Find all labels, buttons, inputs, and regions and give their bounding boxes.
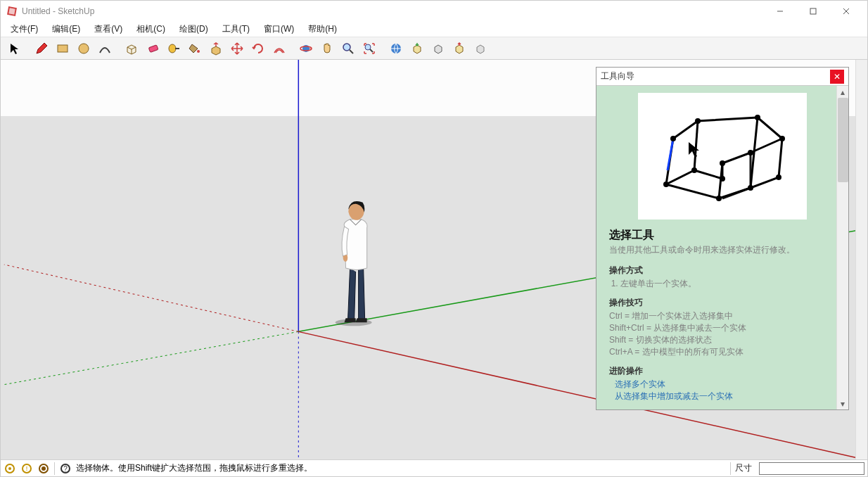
app-logo-icon — [6, 6, 18, 17]
minimize-button[interactable] — [764, 1, 796, 21]
instructor-tip: Shift = 切换实体的选择状态 — [609, 334, 836, 346]
pushpull-tool[interactable] — [206, 39, 226, 58]
svg-point-33 — [748, 185, 753, 191]
svg-point-24 — [663, 182, 669, 187]
eraser-tool[interactable] — [143, 39, 162, 58]
get-models-tool[interactable] — [407, 39, 427, 58]
scroll-thumb[interactable] — [838, 98, 848, 182]
dimensions-label: 尺寸 — [735, 462, 752, 474]
upload-tool[interactable] — [449, 39, 469, 58]
svg-text:!: ! — [26, 465, 28, 472]
instructor-tip: Ctrl = 增加一个实体进入选择集中 — [609, 310, 836, 322]
menu-view[interactable]: 查看(V) — [89, 22, 128, 37]
zoom-tool[interactable] — [338, 39, 358, 58]
offset-tool[interactable] — [269, 39, 289, 58]
svg-point-9 — [169, 44, 176, 53]
app-window: Untitled - SketchUp 文件(F) 编辑(E) 查看(V) 相机… — [0, 0, 868, 477]
scroll-down-icon[interactable]: ▾ — [837, 398, 848, 409]
svg-point-36 — [8, 467, 11, 470]
instructor-tip: Ctrl+A = 选中模型中的所有可见实体 — [609, 346, 836, 358]
window-title: Untitled - SketchUp — [22, 6, 764, 16]
scroll-up-icon[interactable]: ▴ — [837, 86, 848, 98]
viewport[interactable]: 工具向导 ✕ — [1, 60, 867, 459]
instructor-close-button[interactable]: ✕ — [830, 70, 844, 84]
maximize-button[interactable] — [797, 1, 829, 21]
warehouse-tool[interactable] — [386, 39, 406, 58]
instructor-scrollbar[interactable]: ▴ ▾ — [836, 86, 848, 409]
svg-line-15 — [350, 50, 353, 53]
menu-tools[interactable]: 工具(T) — [217, 22, 255, 37]
titlebar: Untitled - SketchUp — [1, 1, 867, 22]
scale-figure[interactable] — [336, 201, 372, 326]
svg-point-16 — [365, 44, 371, 50]
instructor-tool-title: 选择工具 — [609, 228, 836, 243]
zoom-extents-tool[interactable] — [359, 39, 379, 58]
svg-line-22 — [668, 139, 673, 170]
menu-draw[interactable]: 绘图(D) — [174, 22, 214, 37]
claim-credit-icon[interactable] — [37, 462, 50, 475]
instructor-body: 选择工具 当使用其他工具或命令时用来选择实体进行修改。 操作方式 左键单击一个实… — [596, 86, 848, 409]
svg-line-17 — [370, 49, 373, 52]
svg-point-32 — [776, 174, 781, 180]
svg-point-26 — [716, 196, 722, 201]
instructor-tip: Shift+Ctrl = 从选择集中减去一个实体 — [609, 322, 836, 334]
menu-window[interactable]: 窗口(W) — [258, 22, 300, 37]
paint-bucket-tool[interactable] — [185, 39, 205, 58]
svg-point-40 — [42, 466, 46, 471]
menu-camera[interactable]: 相机(C) — [131, 22, 171, 37]
svg-point-14 — [343, 44, 350, 51]
menu-help[interactable]: 帮助(H) — [302, 22, 343, 37]
menubar: 文件(F) 编辑(E) 查看(V) 相机(C) 绘图(D) 工具(T) 窗口(W… — [1, 22, 867, 37]
tape-measure-tool[interactable] — [164, 39, 184, 58]
instructor-illustration — [638, 93, 807, 220]
instructor-adv-link[interactable]: 选择多个实体 — [615, 379, 836, 390]
svg-point-27 — [720, 160, 725, 166]
instructor-op-heading: 操作方式 — [609, 265, 836, 276]
share-model-tool[interactable] — [428, 39, 448, 58]
statusbar: ! ? 选择物体。使用Shift键扩大选择范围，拖拽鼠标进行多重选择。 尺寸 — [1, 459, 867, 476]
credits-icon[interactable]: ! — [20, 462, 33, 475]
make-component-tool[interactable] — [122, 39, 141, 58]
dimensions-input[interactable] — [759, 462, 864, 475]
svg-rect-3 — [810, 8, 816, 14]
svg-point-25 — [691, 167, 697, 173]
rotate-tool[interactable] — [248, 39, 268, 58]
svg-point-31 — [779, 136, 785, 141]
geo-location-icon[interactable] — [4, 462, 16, 475]
window-controls — [764, 1, 862, 21]
menu-file[interactable]: 文件(F) — [5, 22, 44, 37]
toolbar — [1, 37, 867, 60]
pencil-tool[interactable] — [32, 39, 51, 58]
svg-rect-8 — [148, 44, 158, 52]
rectangle-tool[interactable] — [53, 39, 72, 58]
axis-green-negative — [4, 331, 298, 384]
select-tool[interactable] — [5, 39, 25, 58]
svg-point-11 — [197, 50, 200, 53]
viewport-scrollbar[interactable] — [855, 60, 867, 459]
svg-point-23 — [670, 136, 676, 141]
move-tool[interactable] — [227, 39, 247, 58]
close-button[interactable] — [830, 1, 862, 21]
instructor-adv-heading: 进阶操作 — [609, 365, 836, 377]
instructor-title: 工具向导 — [601, 70, 830, 82]
axis-red-negative — [4, 265, 298, 331]
menu-edit[interactable]: 编辑(E) — [46, 22, 86, 37]
instructor-op-step: 左键单击一个实体。 — [620, 278, 836, 290]
svg-point-29 — [695, 118, 701, 124]
svg-point-28 — [720, 176, 725, 182]
arc-tool[interactable] — [95, 39, 115, 58]
instructor-tips-heading: 操作技巧 — [609, 297, 836, 309]
help-icon[interactable]: ? — [59, 462, 72, 475]
extension-warehouse-tool[interactable] — [471, 39, 490, 58]
status-hint: 选择物体。使用Shift键扩大选择范围，拖拽鼠标进行多重选择。 — [76, 462, 726, 474]
pan-tool[interactable] — [317, 39, 337, 58]
circle-tool[interactable] — [74, 39, 94, 58]
instructor-header[interactable]: 工具向导 ✕ — [596, 68, 848, 86]
svg-point-30 — [755, 115, 760, 120]
svg-text:?: ? — [63, 465, 68, 473]
svg-point-34 — [748, 150, 753, 155]
orbit-tool[interactable] — [296, 39, 316, 58]
instructor-tool-desc: 当使用其他工具或命令时用来选择实体进行修改。 — [609, 244, 836, 256]
instructor-adv-link[interactable]: 从选择集中增加或减去一个实体 — [615, 390, 836, 402]
svg-rect-1 — [8, 8, 15, 14]
